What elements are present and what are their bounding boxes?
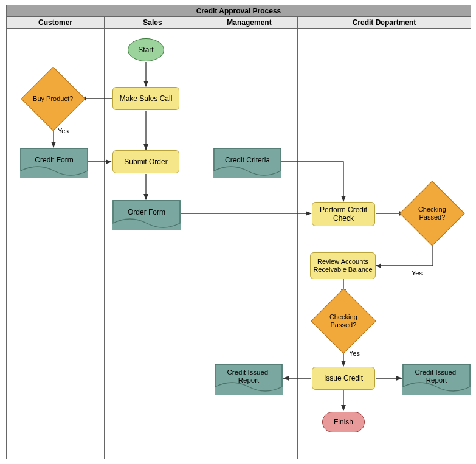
make-sales-call-label: Make Sales Call [120,94,173,103]
edge-label-yes-2: Yes [410,269,424,277]
swimlane-diagram: Credit Approval Process Customer Sales M… [3,3,473,461]
checking-passed-1-label: Checking Passed? [410,206,455,221]
edge-label-yes-1: Yes [57,127,70,134]
submit-order-box: Submit Order [112,150,179,173]
lane-header-sales: Sales [104,16,201,29]
perform-credit-check-label: Perform Credit Check [312,206,374,223]
lane-header-management: Management [201,16,298,29]
start-label: Start [138,46,153,54]
lane-header-customer: Customer [6,16,105,29]
credit-issued-report-left-doc: Credit Issued Report [215,364,283,395]
finish-label: Finish [334,418,353,426]
order-form-label: Order Form [128,208,165,216]
credit-form-label: Credit Form [35,156,73,164]
diagram-title: Credit Approval Process [6,5,471,17]
review-ar-box: Review Accounts Receivable Balance [310,252,376,279]
make-sales-call-box: Make Sales Call [112,87,179,110]
perform-credit-check-box: Perform Credit Check [312,202,375,226]
issue-credit-box: Issue Credit [312,367,375,390]
submit-order-label: Submit Order [124,158,167,166]
credit-issued-left-l2: Report [238,376,260,384]
edge-label-yes-3: Yes [348,350,361,357]
issue-credit-label: Issue Credit [324,374,363,383]
buy-product-label: Buy Product? [33,95,73,103]
checking-passed-2-label: Checking Passed? [321,313,366,329]
finish-terminator: Finish [322,412,365,432]
lane-header-credit: Credit Department [297,16,471,29]
credit-issued-report-right-doc: Credit Issued Report [402,364,471,395]
credit-issued-left-l1: Credit Issued [227,369,269,376]
review-ar-label: Review Accounts Receivable Balance [311,258,375,274]
credit-issued-right-l1: Credit Issued [415,369,457,376]
start-terminator: Start [128,38,164,61]
credit-criteria-doc: Credit Criteria [213,148,281,178]
order-form-doc: Order Form [112,200,181,230]
credit-criteria-label: Credit Criteria [225,156,270,164]
credit-form-doc: Credit Form [20,148,88,178]
credit-issued-right-l2: Report [426,376,447,384]
